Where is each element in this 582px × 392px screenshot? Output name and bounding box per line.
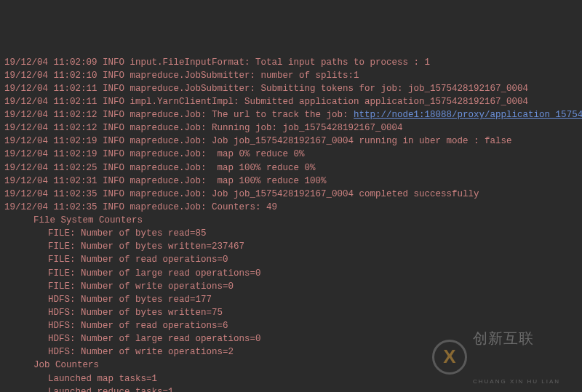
log-line: 19/12/04 11:02:11 INFO impl.YarnClientIm… bbox=[4, 95, 578, 108]
counter-line: FILE: Number of bytes read=85 bbox=[4, 227, 578, 240]
log-line: 19/12/04 11:02:35 INFO mapreduce.Job: Jo… bbox=[4, 188, 578, 201]
log-line: 19/12/04 11:02:35 INFO mapreduce.Job: Co… bbox=[4, 201, 578, 214]
log-line: 19/12/04 11:02:12 INFO mapreduce.Job: Ru… bbox=[4, 121, 578, 135]
counter-line: HDFS: Number of read operations=6 bbox=[4, 319, 578, 332]
log-output: 19/12/04 11:02:09 INFO input.FileInputFo… bbox=[4, 56, 578, 393]
log-line: 19/12/04 11:02:31 INFO mapreduce.Job: ma… bbox=[4, 175, 578, 188]
log-line: 19/12/04 11:02:25 INFO mapreduce.Job: ma… bbox=[4, 161, 578, 175]
log-line: 19/12/04 11:02:09 INFO input.FileInputFo… bbox=[4, 56, 578, 69]
counter-group-header: Job Counters bbox=[4, 359, 578, 372]
counter-line: HDFS: Number of bytes read=177 bbox=[4, 293, 578, 306]
log-line: 19/12/04 11:02:19 INFO mapreduce.Job: ma… bbox=[4, 148, 578, 161]
log-line: 19/12/04 11:02:11 INFO mapreduce.JobSubm… bbox=[4, 82, 578, 95]
counter-line: Launched map tasks=1 bbox=[4, 372, 578, 385]
log-line: 19/12/04 11:02:10 INFO mapreduce.JobSubm… bbox=[4, 69, 578, 82]
counter-line: FILE: Number of bytes written=237467 bbox=[4, 240, 578, 253]
counter-group-header: File System Counters bbox=[4, 214, 578, 227]
counter-line: HDFS: Number of large read operations=0 bbox=[4, 332, 578, 345]
counter-line: FILE: Number of large read operations=0 bbox=[4, 267, 578, 280]
counter-line: HDFS: Number of bytes written=75 bbox=[4, 306, 578, 319]
counter-line: HDFS: Number of write operations=2 bbox=[4, 345, 578, 359]
log-line: 19/12/04 11:02:19 INFO mapreduce.Job: Jo… bbox=[4, 135, 578, 148]
counter-line: FILE: Number of read operations=0 bbox=[4, 253, 578, 266]
log-line: 19/12/04 11:02:12 INFO mapreduce.Job: Th… bbox=[4, 108, 578, 121]
tracking-url-link[interactable]: http://node1:18088/proxy/application_157… bbox=[354, 110, 582, 120]
counter-line: FILE: Number of write operations=0 bbox=[4, 280, 578, 293]
counter-line: Launched reduce tasks=1 bbox=[4, 385, 578, 392]
